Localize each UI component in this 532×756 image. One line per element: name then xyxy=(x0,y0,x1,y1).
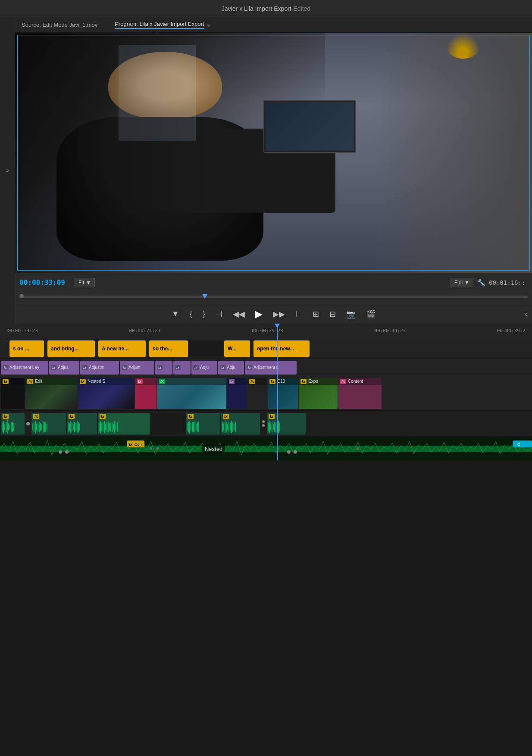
adj-clips: fx Adjustment Lay fx Adjus fx Adjustm fx… xyxy=(0,361,532,375)
program-monitor-menu-icon[interactable]: ≡ xyxy=(207,22,210,28)
subtitle-clip-3[interactable]: A new he... xyxy=(98,340,146,357)
adj-clip-2-label: Adjus xyxy=(58,365,69,370)
video-clip-darkblue[interactable]: fx xyxy=(227,378,247,409)
ripple-trim-btn[interactable]: ⊞ xyxy=(311,308,321,321)
video-clip-dark[interactable]: fx xyxy=(247,378,267,409)
audio-clip-1-7[interactable]: fx xyxy=(267,413,306,435)
timeline-ruler: 00:00:19:23 00:00:24:23 00:00:29:23 00:0… xyxy=(0,324,532,338)
scrub-bar[interactable] xyxy=(15,292,532,304)
nested-clip-label: Nested xyxy=(202,445,225,453)
subtitle-clip-5[interactable]: W... xyxy=(224,340,250,357)
scrub-playhead[interactable] xyxy=(202,294,207,299)
adj-fx-badge-3: fx xyxy=(82,365,88,370)
play-button[interactable]: ▶ xyxy=(253,307,264,321)
adj-clip-2[interactable]: fx Adjus xyxy=(49,361,79,375)
vclip-pre1-fx: fx xyxy=(3,379,9,384)
video-frame xyxy=(15,33,532,273)
vclip-pink-fx: fx xyxy=(137,379,143,384)
adj-clip-7[interactable]: fx Adju xyxy=(191,361,217,375)
svg-text:fx: fx xyxy=(129,442,133,447)
aclip1-2-fx: fx xyxy=(33,414,39,419)
adj-clip-4[interactable]: fx Adjust xyxy=(120,361,154,375)
video-clip-nested[interactable]: fx Nested S xyxy=(78,378,134,409)
program-monitor: Source: Edit Mode Javi_1.mov Program: Li… xyxy=(15,17,532,324)
subtitle-clip-1-label: s on ... xyxy=(13,346,29,352)
video-clip-pre1[interactable]: fx xyxy=(1,378,25,409)
go-to-out-btn[interactable]: ⊢ xyxy=(294,308,304,321)
export-clip-btn[interactable]: 🎬 xyxy=(364,308,377,321)
export-frame-btn[interactable]: 📷 xyxy=(344,308,357,321)
audio-clip-1-4[interactable]: fx xyxy=(98,413,150,435)
vclip-c13-fx: fx xyxy=(269,379,275,384)
settings-wrench-icon[interactable]: 🔧 xyxy=(477,278,485,287)
quality-label: Full xyxy=(454,280,463,286)
timeline-area: 00:00:19:23 00:00:24:23 00:00:29:23 00:0… xyxy=(0,324,532,460)
svg-point-11 xyxy=(357,447,359,450)
source-monitor-label[interactable]: Source: Edit Mode Javi_1.mov xyxy=(22,22,97,28)
video-clip-c13[interactable]: fx C13 xyxy=(268,378,298,409)
fit-dropdown[interactable]: Fit ▼ xyxy=(75,278,95,287)
waveform-1-6 xyxy=(221,420,260,435)
waveform-1-7 xyxy=(267,420,306,435)
mark-out-btn[interactable]: } xyxy=(201,308,207,320)
aclip1-6-fx: fx xyxy=(223,414,229,419)
timecode-current[interactable]: 00:00:33:09 xyxy=(19,278,71,287)
vclip-nested-fx: fx xyxy=(80,379,86,384)
vclip-c13-label: C13 xyxy=(277,379,285,384)
adj-clip-9[interactable]: fx Adjustment L xyxy=(245,361,297,375)
ruler-labels: 00:00:19:23 00:00:24:23 00:00:29:23 00:0… xyxy=(6,328,526,334)
video-clip-pink[interactable]: fx xyxy=(135,378,156,409)
adj-fx-badge-1: fx xyxy=(3,365,8,370)
subtitle-clip-2[interactable]: and bring... xyxy=(47,340,95,357)
audio-clip-1-3[interactable]: fx xyxy=(67,413,97,435)
audio-clip-1-2[interactable]: fx xyxy=(31,413,66,435)
video-clip-expo[interactable]: fx Expo xyxy=(299,378,338,409)
more-controls-icon[interactable]: » xyxy=(524,311,528,318)
scrub-start-marker xyxy=(19,294,24,298)
quality-dropdown[interactable]: Full ▼ xyxy=(451,278,473,287)
source-panel-collapse[interactable]: » xyxy=(0,17,15,324)
adj-clip-1[interactable]: fx Adjustment Lay xyxy=(1,361,48,375)
audio-clip-1-6[interactable]: fx xyxy=(221,413,260,435)
mark-in-btn[interactable]: { xyxy=(188,308,194,320)
step-fwd-btn[interactable]: ▶▶ xyxy=(271,308,287,321)
adj-clip-3[interactable]: fx Adjustm xyxy=(80,361,119,375)
svg-point-9 xyxy=(287,450,291,454)
adj-clip-9-label: Adjustment L xyxy=(253,365,279,370)
svg-point-7 xyxy=(150,447,152,450)
video-track: fx fx Edit fx Nested S xyxy=(0,376,532,411)
ripple-trim2-btn[interactable]: ⊟ xyxy=(328,308,338,321)
audio-gear-icon-2 xyxy=(262,420,265,427)
adj-clip-8[interactable]: fx Adju xyxy=(218,361,244,375)
marker-btn[interactable]: ▼ xyxy=(170,308,181,320)
vclip-dark-fx: fx xyxy=(249,379,255,384)
video-clip-content[interactable]: fx Content xyxy=(338,378,382,409)
audio-clip-1-5[interactable]: fx xyxy=(186,413,220,435)
audio-clip-1-1[interactable]: fx xyxy=(1,413,25,435)
adj-clip-1-label: Adjustment Lay xyxy=(9,365,39,370)
adj-clip-4-label: Adjust xyxy=(128,365,141,370)
waveform-1-4 xyxy=(98,420,150,435)
subtitle-clip-2-label: and bring... xyxy=(51,346,79,352)
program-monitor-label[interactable]: Program: Lila x Javier Import Export xyxy=(115,21,204,29)
adj-clip-3-label: Adjustm xyxy=(89,365,104,370)
subtitle-clip-1[interactable]: s on ... xyxy=(9,340,44,357)
svg-rect-1 xyxy=(0,446,532,452)
vclip-content-label: Content xyxy=(348,379,363,384)
waveform-1-5 xyxy=(186,420,220,435)
title-bar: Javier x Lila Import Export - Edited xyxy=(0,0,532,17)
edit-status: Edited xyxy=(293,5,310,12)
step-back-btn[interactable]: ◀◀ xyxy=(231,308,247,321)
adj-clip-6[interactable]: fx xyxy=(173,361,191,375)
scrub-track[interactable] xyxy=(19,296,528,298)
video-clip-teal[interactable]: fx xyxy=(157,378,226,409)
tracks-container[interactable]: s on ... and bring... A new he... so the… xyxy=(0,338,532,460)
adj-clip-5[interactable]: fx xyxy=(155,361,172,375)
svg-rect-12 xyxy=(513,441,532,447)
vclip-expo-label: Expo xyxy=(308,379,318,384)
video-clip-edit[interactable]: fx Edit xyxy=(25,378,77,409)
subtitle-clip-4[interactable]: so the... xyxy=(149,340,188,357)
subtitle-clip-6[interactable]: open the new... xyxy=(253,340,310,357)
go-to-in-btn[interactable]: ⊣ xyxy=(214,308,224,321)
monitors-container: » Source: Edit Mode Javi_1.mov Program: … xyxy=(0,17,532,324)
